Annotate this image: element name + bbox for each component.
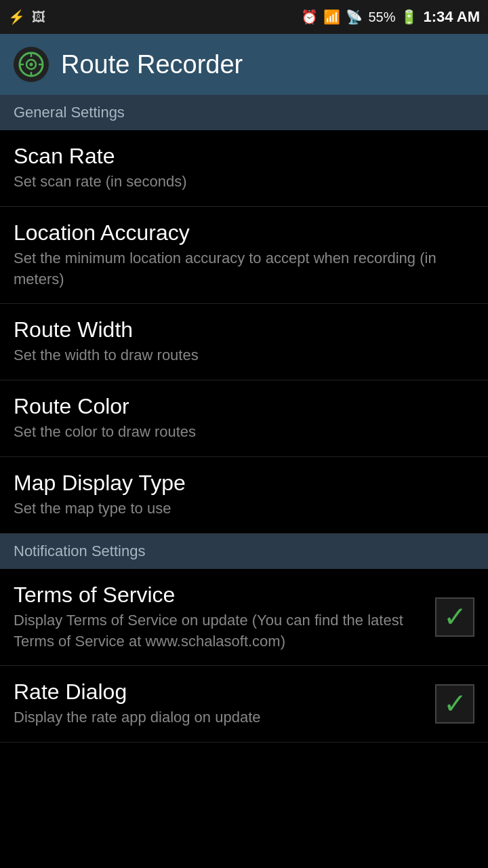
section-label-notification: Notification Settings [14,542,145,560]
app-header: Route Recorder [0,34,488,95]
settings-item-desc-scan-rate: Set scan rate (in seconds) [14,172,468,193]
route-recorder-icon [18,52,44,77]
settings-item-terms-of-service[interactable]: Terms of ServiceDisplay Terms of Service… [0,569,488,667]
settings-item-map-display-type[interactable]: Map Display TypeSet the map type to use [0,457,488,534]
settings-item-content-terms-of-service: Terms of ServiceDisplay Terms of Service… [14,583,435,652]
battery-level: 55% [368,9,395,25]
settings-item-title-map-display-type: Map Display Type [14,471,468,496]
settings-item-content-location-accuracy: Location AccuracySet the minimum locatio… [14,220,474,290]
settings-item-desc-map-display-type: Set the map type to use [14,498,468,519]
settings-item-desc-rate-dialog: Display the rate app dialog on update [14,707,428,728]
settings-item-title-location-accuracy: Location Accuracy [14,220,468,245]
settings-item-desc-location-accuracy: Set the minimum location accuracy to acc… [14,248,468,290]
status-right-icons: ⏰ 📶 📡 55% 🔋 1:34 AM [301,8,480,26]
checkbox-terms-of-service[interactable]: ✓ [435,597,474,637]
settings-item-location-accuracy[interactable]: Location AccuracySet the minimum locatio… [0,207,488,304]
settings-item-title-rate-dialog: Rate Dialog [14,679,428,705]
wifi-icon: 📶 [323,9,340,25]
checkmark-rate-dialog: ✓ [443,690,467,718]
settings-item-desc-route-color: Set the color to draw routes [14,422,468,443]
usb-icon: ⚡ [8,9,25,25]
settings-item-scan-rate[interactable]: Scan RateSet scan rate (in seconds) [0,130,488,207]
settings-item-content-map-display-type: Map Display TypeSet the map type to use [14,471,474,519]
settings-item-route-color[interactable]: Route ColorSet the color to draw routes [0,380,488,457]
settings-item-desc-terms-of-service: Display Terms of Service on update (You … [14,610,428,652]
checkbox-rate-dialog[interactable]: ✓ [435,684,474,724]
app-icon [14,47,49,82]
status-left-icons: ⚡ 🖼 [8,9,45,25]
image-icon: 🖼 [32,9,45,25]
settings-item-desc-route-width: Set the width to draw routes [14,345,468,366]
settings-item-content-route-color: Route ColorSet the color to draw routes [14,394,474,443]
svg-point-2 [30,63,33,66]
settings-item-route-width[interactable]: Route WidthSet the width to draw routes [0,304,488,380]
checkmark-terms-of-service: ✓ [443,603,467,631]
settings-item-content-rate-dialog: Rate DialogDisplay the rate app dialog o… [14,679,435,728]
clock: 1:34 AM [423,8,480,26]
status-bar: ⚡ 🖼 ⏰ 📶 📡 55% 🔋 1:34 AM [0,0,488,34]
battery-icon: 🔋 [401,9,418,25]
section-header-general: General Settings [0,95,488,130]
settings-item-content-route-width: Route WidthSet the width to draw routes [14,317,474,366]
settings-container: General SettingsScan RateSet scan rate (… [0,95,488,743]
alarm-icon: ⏰ [301,9,318,25]
settings-item-title-route-color: Route Color [14,394,468,419]
settings-item-title-route-width: Route Width [14,317,468,342]
settings-item-title-scan-rate: Scan Rate [14,144,468,169]
signal-icon: 📡 [346,9,363,25]
settings-item-content-scan-rate: Scan RateSet scan rate (in seconds) [14,144,474,193]
settings-item-title-terms-of-service: Terms of Service [14,583,428,608]
settings-item-rate-dialog[interactable]: Rate DialogDisplay the rate app dialog o… [0,666,488,743]
section-label-general: General Settings [14,104,125,121]
app-title: Route Recorder [61,50,243,79]
section-header-notification: Notification Settings [0,534,488,569]
